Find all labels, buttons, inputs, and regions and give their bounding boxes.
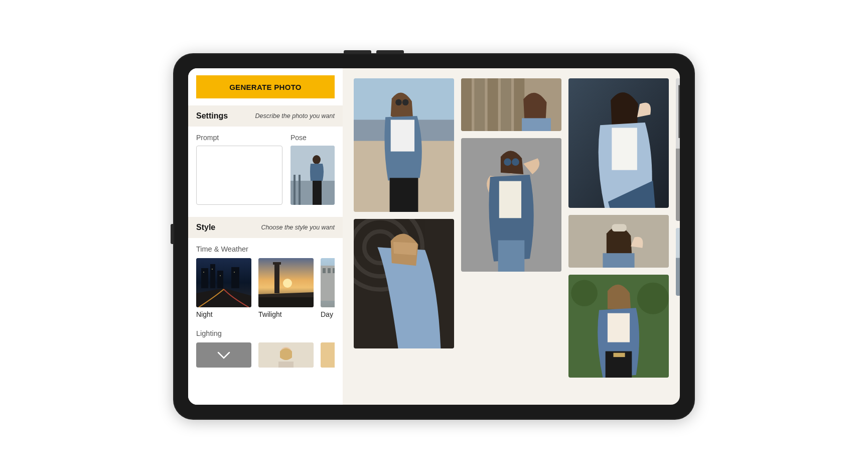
style-subtitle: Choose the style you want <box>261 224 335 231</box>
svg-rect-28 <box>321 342 335 368</box>
svg-rect-5 <box>313 181 322 205</box>
settings-section-header: Settings Describe the photo you want <box>188 105 343 127</box>
svg-point-16 <box>283 279 292 288</box>
time-weather-label: Time & Weather <box>196 245 335 253</box>
time-weather-option-night[interactable]: Night <box>196 258 251 318</box>
lighting-option[interactable] <box>258 342 314 368</box>
svg-rect-56 <box>498 241 525 272</box>
svg-rect-22 <box>323 268 326 273</box>
settings-title: Settings <box>196 111 228 121</box>
svg-rect-70 <box>613 353 625 357</box>
svg-rect-27 <box>278 362 294 368</box>
photo-gallery <box>343 68 680 405</box>
svg-rect-62 <box>612 224 626 231</box>
svg-point-34 <box>395 99 402 105</box>
svg-rect-23 <box>328 268 331 273</box>
svg-rect-72 <box>676 149 680 221</box>
lighting-label: Lighting <box>196 329 335 337</box>
svg-rect-55 <box>499 181 521 218</box>
tablet-frame: GENERATE PHOTO Settings Describe the pho… <box>173 53 695 420</box>
svg-rect-36 <box>391 120 414 151</box>
gallery-photo[interactable] <box>676 228 680 296</box>
style-section-header: Style Choose the style you want <box>188 217 343 238</box>
svg-rect-44 <box>461 78 472 131</box>
svg-rect-10 <box>231 267 239 288</box>
svg-point-66 <box>637 283 669 314</box>
generate-photo-button[interactable]: GENERATE PHOTO <box>196 75 335 98</box>
svg-point-65 <box>571 280 598 306</box>
svg-rect-45 <box>474 78 485 131</box>
svg-rect-63 <box>603 253 634 268</box>
svg-rect-24 <box>333 268 335 273</box>
prompt-label: Prompt <box>196 134 282 142</box>
svg-rect-47 <box>501 78 511 131</box>
time-weather-option-twilight[interactable]: Twilight <box>258 258 314 318</box>
sidebar: GENERATE PHOTO Settings Describe the pho… <box>188 68 343 405</box>
svg-point-12 <box>212 269 213 270</box>
svg-rect-50 <box>522 118 551 131</box>
chevron-down-icon <box>215 346 232 364</box>
option-label: Night <box>196 310 251 318</box>
svg-rect-2 <box>294 175 296 205</box>
svg-rect-59 <box>612 128 637 170</box>
app-screen: GENERATE PHOTO Settings Describe the pho… <box>188 68 680 405</box>
gallery-photo[interactable] <box>568 215 669 268</box>
option-label: Day <box>321 310 335 318</box>
svg-rect-3 <box>299 175 301 205</box>
svg-rect-84 <box>676 258 680 296</box>
gallery-photo[interactable] <box>568 78 669 208</box>
gallery-photo[interactable] <box>461 138 561 272</box>
svg-point-14 <box>234 272 235 273</box>
prompt-input[interactable] <box>196 146 282 205</box>
lighting-option[interactable] <box>321 342 335 368</box>
gallery-photo[interactable] <box>461 78 561 131</box>
svg-point-11 <box>203 272 204 273</box>
pose-selector[interactable] <box>291 146 335 205</box>
svg-rect-18 <box>273 262 281 265</box>
option-label: Twilight <box>258 310 314 318</box>
svg-point-54 <box>512 158 519 166</box>
gallery-photo[interactable] <box>568 275 669 378</box>
svg-rect-7 <box>201 268 208 288</box>
svg-rect-9 <box>217 271 223 288</box>
svg-rect-17 <box>274 263 279 293</box>
svg-rect-46 <box>488 78 498 131</box>
gallery-photo[interactable] <box>676 78 680 221</box>
svg-point-35 <box>402 99 409 105</box>
svg-rect-8 <box>210 264 215 288</box>
svg-rect-73 <box>678 85 680 138</box>
gallery-photo[interactable] <box>354 219 454 348</box>
style-title: Style <box>196 223 215 232</box>
lighting-option-none[interactable] <box>196 342 251 368</box>
svg-rect-19 <box>258 297 314 307</box>
svg-rect-37 <box>390 178 418 212</box>
svg-point-53 <box>504 158 511 166</box>
gallery-photo[interactable] <box>354 78 454 212</box>
svg-point-13 <box>220 275 221 276</box>
pose-label: Pose <box>291 134 335 142</box>
svg-point-4 <box>313 155 321 164</box>
time-weather-option-day[interactable]: Day <box>321 258 335 318</box>
svg-rect-68 <box>608 313 630 342</box>
settings-subtitle: Describe the photo you want <box>255 112 335 120</box>
